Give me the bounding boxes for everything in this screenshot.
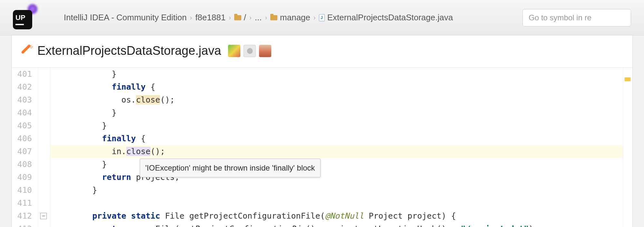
avatar[interactable]	[259, 45, 271, 57]
code-line[interactable]: return projects;	[50, 171, 623, 184]
line-number: 412	[15, 210, 32, 222]
code-line[interactable]: }	[50, 184, 623, 197]
crumb-root[interactable]: /	[234, 13, 246, 23]
code-line[interactable]: finally {	[50, 132, 623, 145]
line-number: 404	[15, 106, 32, 119]
code-line[interactable]: in.close();	[50, 145, 623, 158]
crumb-commit[interactable]: f8e1881	[195, 13, 226, 23]
app-logo[interactable]: UP	[13, 7, 35, 29]
fold-toggle-icon[interactable]: −	[40, 213, 47, 219]
folder-icon	[234, 15, 241, 20]
chevron-right-icon: ›	[265, 14, 267, 21]
code-line[interactable]: }	[50, 158, 623, 171]
file-title: ExternalProjectsDataStorage.java	[37, 44, 221, 58]
code-editor[interactable]: 4014024034044054064074084094104114124134…	[12, 67, 632, 227]
warning-marker[interactable]	[625, 77, 630, 81]
code-line[interactable]: os.close();	[50, 94, 623, 106]
code-line[interactable]: }	[50, 68, 623, 81]
contributor-avatars	[228, 45, 271, 57]
chevron-right-icon: ›	[249, 14, 252, 21]
breadcrumb: IntelliJ IDEA - Community Edition › f8e1…	[64, 13, 453, 23]
crumb-file[interactable]: ExternalProjectsDataStorage.java	[319, 13, 453, 23]
line-number: 409	[15, 171, 32, 184]
chevron-right-icon: ›	[190, 14, 192, 21]
line-number: 402	[15, 81, 32, 94]
code-line[interactable]: }	[50, 106, 623, 119]
crumb-app[interactable]: IntelliJ IDEA - Community Edition	[64, 13, 187, 23]
fold-column: −	[38, 68, 50, 227]
logo-text: UP	[15, 14, 25, 21]
error-stripe[interactable]	[623, 68, 632, 227]
folder-icon	[270, 15, 277, 20]
editor-panel: ExternalProjectsDataStorage.java 4014024…	[11, 35, 633, 227]
avatar[interactable]	[244, 45, 256, 57]
file-header: ExternalProjectsDataStorage.java	[12, 35, 632, 67]
line-number: 403	[15, 94, 32, 106]
top-bar: UP IntelliJ IDEA - Community Edition › f…	[0, 0, 644, 35]
code-line[interactable]: finally {	[50, 81, 623, 94]
line-number: 406	[15, 132, 32, 145]
code-area[interactable]: } finally { os.close(); } } finally { in…	[50, 68, 623, 227]
inspection-tooltip: 'IOException' might be thrown inside 'fi…	[140, 159, 321, 177]
code-line[interactable]: }	[50, 119, 623, 132]
line-number: 405	[15, 119, 32, 132]
code-line[interactable]	[50, 197, 623, 210]
line-number: 401	[15, 68, 32, 81]
crumb-ellipsis[interactable]: ...	[255, 13, 262, 23]
code-line[interactable]: private static File getProjectConfigurat…	[50, 210, 623, 222]
line-number-gutter: 4014024034044054064074084094104114124134…	[12, 68, 38, 227]
symbol-search[interactable]	[523, 9, 631, 26]
line-number: 413	[15, 222, 32, 227]
wand-icon	[21, 45, 33, 57]
line-number: 407	[15, 145, 32, 158]
line-number: 408	[15, 158, 32, 171]
line-number: 410	[15, 184, 32, 197]
line-number: 411	[15, 197, 32, 210]
chevron-right-icon: ›	[229, 14, 231, 21]
chevron-right-icon: ›	[313, 14, 316, 21]
java-file-icon	[319, 14, 325, 21]
search-input[interactable]	[529, 13, 625, 22]
crumb-folder[interactable]: manage	[270, 13, 310, 23]
code-line[interactable]: return new File(getProjectConfigurationD…	[50, 222, 623, 227]
avatar[interactable]	[228, 45, 240, 57]
